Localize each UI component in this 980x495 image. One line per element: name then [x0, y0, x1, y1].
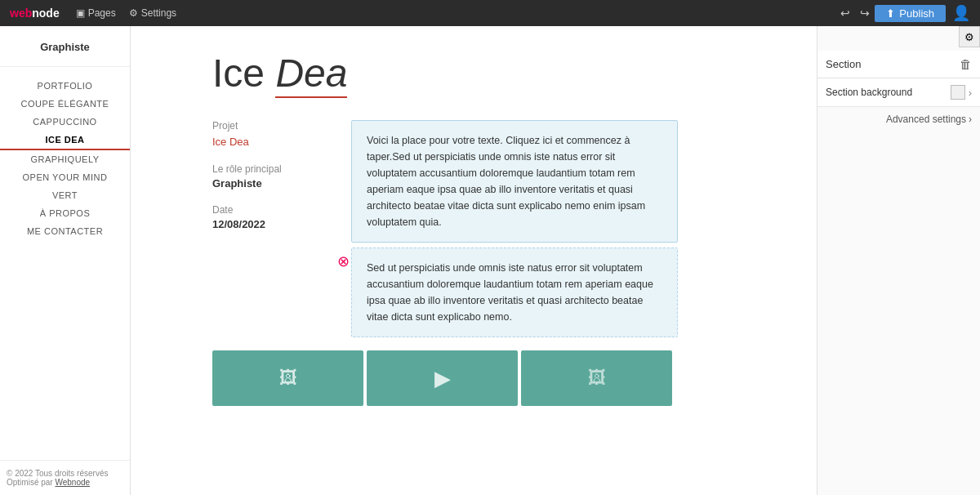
- section-bg-arrow-icon[interactable]: ›: [969, 87, 972, 99]
- page-hero-title[interactable]: Ice Dea: [212, 51, 817, 96]
- advanced-settings-arrow-icon: ›: [969, 114, 972, 125]
- image-thumb-2[interactable]: ▶: [367, 350, 518, 406]
- role-label: Le rôle principal: [212, 163, 327, 175]
- meta-role: Le rôle principal Graphiste: [212, 163, 327, 190]
- project-section: Projet Ice Dea Le rôle principal Graphis…: [212, 120, 817, 337]
- image-thumb-1[interactable]: 🖼: [212, 350, 363, 406]
- sidebar-item-portfolio[interactable]: PORTFOLIO: [0, 77, 130, 95]
- sidebar-item-a-propos[interactable]: À PROPOS: [0, 204, 130, 222]
- sidebar-item-coupe-elegante[interactable]: COUPE ÉLÉGANTE: [0, 95, 130, 113]
- role-value: Graphiste: [212, 177, 327, 190]
- user-icon: 👤: [952, 4, 970, 22]
- undo-icon: ↩: [840, 7, 850, 20]
- publish-label: Publish: [899, 7, 934, 20]
- settings-label: Settings: [141, 7, 176, 19]
- nav-list: PORTFOLIO COUPE ÉLÉGANTE CAPPUCCINO ICE …: [0, 67, 130, 250]
- sidebar-item-cappuccino[interactable]: CAPPUCCINO: [0, 113, 130, 131]
- text-block-2[interactable]: ⊗ Sed ut perspiciatis unde omnis iste na…: [351, 247, 678, 337]
- text-block-1[interactable]: Voici la place pour votre texte. Cliquez…: [351, 120, 678, 243]
- publish-button[interactable]: ⬆ Publish: [875, 5, 946, 22]
- content-area: Ice Dea Projet Ice Dea Le rôle principal…: [131, 26, 980, 495]
- section-background-row: Section background ›: [817, 78, 980, 107]
- delete-paragraph-icon[interactable]: ⊗: [337, 250, 350, 274]
- image-thumb-3[interactable]: 🖼: [521, 350, 672, 406]
- footer-prefix: Optimisé par: [7, 478, 53, 487]
- image-icon-1: 🖼: [279, 368, 297, 389]
- project-meta: Projet Ice Dea Le rôle principal Graphis…: [212, 120, 327, 230]
- settings-nav-item[interactable]: ⚙ Settings: [129, 7, 176, 19]
- date-value: 12/08/2022: [212, 218, 327, 230]
- content-wrapper: Ice Dea Projet Ice Dea Le rôle principal…: [131, 26, 980, 495]
- user-button[interactable]: 👤: [952, 4, 970, 22]
- pages-label: Pages: [88, 7, 116, 19]
- section-delete-button[interactable]: 🗑: [960, 57, 972, 71]
- undo-button[interactable]: ↩: [835, 7, 855, 20]
- settings-icon: ⚙: [129, 7, 138, 19]
- section-bg-toggle[interactable]: [951, 85, 965, 100]
- date-label: Date: [212, 204, 327, 216]
- section-panel-title: Section: [826, 58, 861, 70]
- bottom-image-strip: 🖼 ▶ 🖼: [212, 350, 817, 406]
- advanced-settings-row[interactable]: Advanced settings ›: [817, 107, 980, 132]
- site-title: Graphiste: [0, 33, 130, 67]
- publish-upload-icon: ⬆: [886, 7, 895, 20]
- sidebar-item-graphiquely[interactable]: GRAPHIQUELY: [0, 150, 130, 168]
- redo-icon: ↪: [860, 7, 870, 20]
- sidebar-item-me-contacter[interactable]: ME CONTACTER: [0, 222, 130, 240]
- footer-copyright: © 2022 Tous droits réservés: [7, 469, 123, 478]
- sidebar: Graphiste PORTFOLIO COUPE ÉLÉGANTE CAPPU…: [0, 26, 131, 495]
- right-panel: ⚙ Section 🗑 Section background ›: [817, 26, 980, 495]
- panel-section-header: Section 🗑: [817, 51, 980, 78]
- text-blocks: Voici la place pour votre texte. Cliquez…: [351, 120, 678, 337]
- section-background-controls: ›: [951, 85, 972, 100]
- navbar: webnode ▣ Pages ⚙ Settings ↩ ↪ ⬆ Publish…: [0, 0, 980, 26]
- sidebar-item-open-your-mind[interactable]: OPEN YOUR MIND: [0, 168, 130, 186]
- main-layout: Graphiste PORTFOLIO COUPE ÉLÉGANTE CAPPU…: [0, 26, 980, 495]
- trash-icon: 🗑: [960, 57, 972, 71]
- webnode-logo: webnode: [10, 7, 60, 20]
- play-icon: ▶: [434, 366, 451, 391]
- section-background-label: Section background: [826, 87, 912, 98]
- footer-webnode-link[interactable]: Webnode: [55, 478, 90, 487]
- redo-button[interactable]: ↪: [855, 7, 875, 20]
- pages-icon: ▣: [76, 7, 85, 19]
- panel-top-gear-wrapper: ⚙: [959, 26, 980, 47]
- hero-title-plain: Ice: [212, 51, 275, 95]
- sidebar-footer: © 2022 Tous droits réservés Optimisé par…: [0, 460, 130, 495]
- hero-section: Ice Dea: [212, 34, 817, 96]
- meta-date: Date 12/08/2022: [212, 204, 327, 230]
- projet-link[interactable]: Ice Dea: [212, 136, 249, 148]
- image-icon-3: 🖼: [588, 368, 606, 389]
- panel-top-gear-button[interactable]: ⚙: [959, 26, 980, 47]
- page-main: Ice Dea Projet Ice Dea Le rôle principal…: [131, 26, 817, 495]
- footer-optimise: Optimisé par Webnode: [7, 478, 123, 487]
- advanced-settings-label: Advanced settings: [886, 114, 966, 125]
- sidebar-item-vert[interactable]: VERT: [0, 186, 130, 204]
- meta-projet: Projet Ice Dea: [212, 120, 327, 149]
- pages-nav-item[interactable]: ▣ Pages: [76, 7, 116, 19]
- hero-title-styled: Dea: [275, 51, 347, 98]
- sidebar-item-ice-dea[interactable]: ICE DEA: [0, 131, 130, 150]
- projet-label: Projet: [212, 120, 327, 132]
